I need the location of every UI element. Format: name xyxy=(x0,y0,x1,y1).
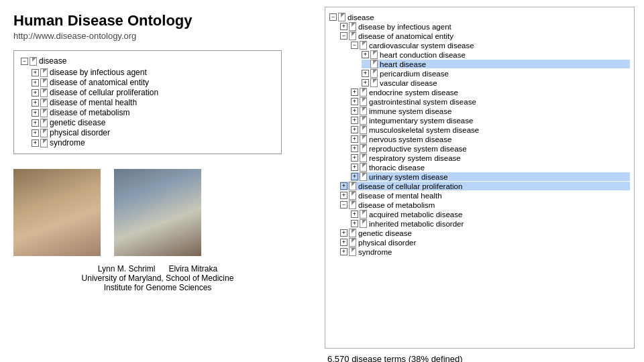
small-root-doc-icon xyxy=(30,57,37,66)
big-tree-item: +thoracic disease xyxy=(351,163,630,172)
doc-icon xyxy=(360,210,367,219)
collapse-icon[interactable]: − xyxy=(351,42,358,49)
expand-icon[interactable]: + xyxy=(340,192,347,199)
doc-icon xyxy=(360,41,367,50)
expand-icon[interactable]: + xyxy=(351,164,358,171)
doc-icon xyxy=(349,247,356,256)
big-tree-item-label: disease of metabolism xyxy=(358,201,435,209)
expand-icon[interactable]: + xyxy=(351,220,358,227)
expand-icon[interactable]: + xyxy=(340,229,347,237)
expand-icon[interactable]: + xyxy=(351,88,358,96)
expand-icon[interactable]: + xyxy=(362,51,369,58)
person-1-block xyxy=(13,169,101,256)
expand-icon[interactable]: + xyxy=(362,70,369,77)
big-tree-item-label: endocrine system disease xyxy=(369,88,458,97)
small-tree-item: +disease of mental health xyxy=(32,98,274,107)
big-tree-item-label: disease by infectious agent xyxy=(358,23,451,31)
big-tree-items: −disease+disease by infectious agent−dis… xyxy=(329,13,630,256)
left-panel: Human Disease Ontology http://www.diseas… xyxy=(0,0,315,362)
expand-icon[interactable]: + xyxy=(32,69,39,76)
expand-icon[interactable]: + xyxy=(32,119,39,127)
small-tree-item: +syndrome xyxy=(32,138,274,147)
expand-icon[interactable]: + xyxy=(340,182,347,190)
expand-icon[interactable]: + xyxy=(340,23,347,30)
big-tree-item: +integumentary system disease xyxy=(351,116,630,125)
right-panel: −disease+disease by infectious agent−dis… xyxy=(315,0,644,362)
tree-item-label: syndrome xyxy=(50,138,85,147)
expand-icon[interactable]: + xyxy=(351,173,358,180)
big-tree-item-label: heart disease xyxy=(380,60,426,68)
big-tree-item: +pericardium disease xyxy=(362,69,630,78)
big-tree-item: heart disease xyxy=(362,60,630,68)
expand-icon[interactable]: + xyxy=(340,239,347,246)
collapse-icon[interactable]: − xyxy=(340,201,347,208)
doc-icon xyxy=(360,125,367,134)
doc-icon xyxy=(40,68,48,77)
big-tree-item-label: disease of cellular proliferation xyxy=(358,182,462,190)
person-2-name: Elvira Mitraka xyxy=(168,264,217,274)
collapse-icon[interactable]: − xyxy=(340,32,347,40)
big-tree-item: +endocrine system disease xyxy=(351,88,630,97)
person-2-photo xyxy=(114,169,201,256)
expand-icon[interactable]: + xyxy=(32,99,39,107)
doc-icon xyxy=(360,219,367,228)
doc-icon xyxy=(360,163,367,172)
tree-item-label: physical disorder xyxy=(50,128,110,137)
big-tree-item-label: syndrome xyxy=(358,248,392,256)
doc-icon xyxy=(338,13,345,21)
doc-icon xyxy=(349,200,356,209)
expand-icon[interactable]: + xyxy=(351,135,358,143)
doc-icon xyxy=(360,154,367,162)
expand-icon[interactable]: + xyxy=(340,248,347,255)
small-tree-item: +disease of cellular proliferation xyxy=(32,88,274,97)
expand-icon[interactable]: + xyxy=(351,145,358,152)
big-tree-item: +reproductive system disease xyxy=(351,144,630,153)
expand-icon[interactable]: + xyxy=(32,109,39,117)
small-tree-box: − disease +disease by infectious agent+d… xyxy=(13,50,282,154)
big-tree-item: −disease of metabolism xyxy=(340,200,630,209)
big-tree-item: +gastrointestinal system disease xyxy=(351,97,630,106)
big-tree-item-label: disease of mental health xyxy=(358,192,442,200)
expand-icon[interactable]: + xyxy=(351,107,358,115)
big-tree-item: −disease xyxy=(329,13,630,21)
expand-icon[interactable]: + xyxy=(32,129,39,137)
small-tree-item: +disease of anatomical entity xyxy=(32,78,274,87)
big-tree-item-label: acquired metabolic disease xyxy=(369,210,462,219)
big-tree-item-label: nervous system disease xyxy=(369,135,451,143)
doc-icon xyxy=(40,99,48,107)
big-tree-item: +physical disorder xyxy=(340,238,630,247)
tree-item-label: disease by infectious agent xyxy=(50,68,147,77)
doc-icon xyxy=(370,78,378,87)
big-tree-item-label: pericardium disease xyxy=(380,70,449,78)
big-tree-item: +syndrome xyxy=(340,247,630,256)
expand-icon[interactable]: + xyxy=(351,117,358,124)
expand-icon[interactable]: + xyxy=(362,79,369,86)
doc-icon xyxy=(40,119,48,127)
big-tree-item-label: heart conduction disease xyxy=(380,51,466,59)
expand-icon[interactable]: + xyxy=(351,126,358,133)
tree-item-label: disease of cellular proliferation xyxy=(50,88,158,97)
big-tree-item: +respiratory system disease xyxy=(351,154,630,162)
expand-icon[interactable]: + xyxy=(32,139,39,147)
page-subtitle: http://www.disease-ontology.org xyxy=(13,31,302,41)
big-tree-item-label: physical disorder xyxy=(358,239,416,247)
big-tree-item: −disease of anatomical entity xyxy=(340,32,630,40)
big-tree-item: +acquired metabolic disease xyxy=(351,210,630,219)
doc-icon xyxy=(360,107,367,115)
expand-icon[interactable]: + xyxy=(32,89,39,97)
stats-block: 6,570 disease terms (38% defined) 37,988… xyxy=(325,354,635,362)
doc-icon xyxy=(370,69,378,78)
doc-icon xyxy=(40,139,48,147)
expand-icon[interactable]: + xyxy=(351,210,358,218)
tree-item-label: disease of mental health xyxy=(50,98,137,107)
expand-icon[interactable]: + xyxy=(32,79,39,86)
doc-icon xyxy=(360,135,367,143)
doc-icon xyxy=(40,78,48,87)
big-tree-box: −disease+disease by infectious agent−dis… xyxy=(325,7,635,349)
big-tree-item: +heart conduction disease xyxy=(362,50,630,59)
small-root-collapse-icon[interactable]: − xyxy=(21,58,28,65)
collapse-icon[interactable]: − xyxy=(329,13,337,21)
doc-icon xyxy=(40,129,48,137)
expand-icon[interactable]: + xyxy=(351,98,358,105)
expand-icon[interactable]: + xyxy=(351,154,358,162)
